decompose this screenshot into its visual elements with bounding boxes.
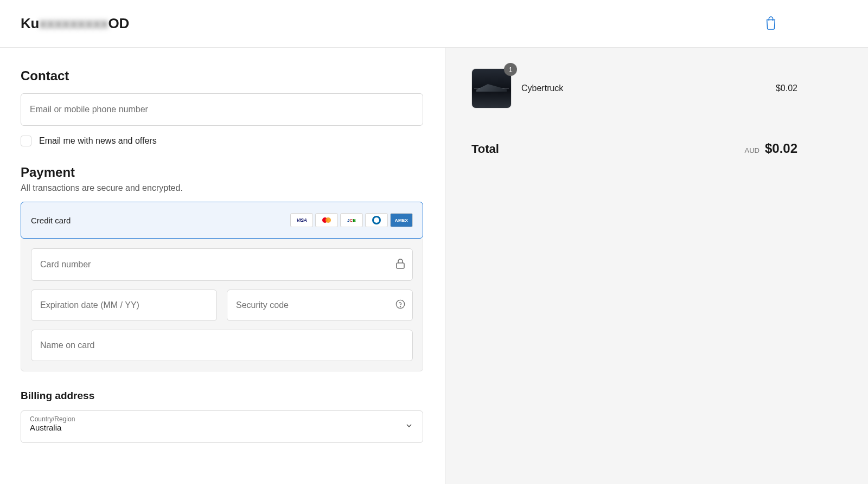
newsletter-label: Email me with news and offers (39, 136, 157, 146)
contact-heading: Contact (21, 68, 423, 84)
brand-redacted: xxxxxxxxx (39, 15, 108, 32)
total-label: Total (471, 142, 499, 156)
cart-button[interactable] (765, 16, 847, 32)
order-summary: 1 Cybertruck $0.02 Total AUD $0.02 (445, 48, 868, 484)
help-icon[interactable] (395, 299, 405, 311)
line-price: $0.02 (776, 84, 797, 93)
billing-heading: Billing address (21, 390, 423, 402)
svg-point-2 (400, 306, 400, 307)
credit-card-label: Credit card (31, 216, 71, 225)
accepted-cards: VISA JCB AMEX (290, 213, 413, 227)
visa-icon: VISA (290, 213, 313, 227)
country-label: Country/Region (30, 415, 414, 423)
payment-subtext: All transactions are secure and encrypte… (21, 183, 423, 193)
mastercard-icon (315, 213, 338, 227)
payment-heading: Payment (21, 165, 423, 180)
quantity-badge: 1 (504, 63, 517, 76)
page-header: KuxxxxxxxxxOD (0, 0, 868, 48)
shopping-bag-icon (765, 22, 777, 31)
amex-icon: AMEX (390, 213, 413, 227)
product-thumbnail (471, 68, 512, 108)
diners-icon (365, 213, 388, 227)
country-value: Australia (30, 423, 414, 432)
total-amount: $0.02 (765, 141, 797, 156)
jcb-icon: JCB (340, 213, 363, 227)
expiry-input[interactable] (31, 290, 217, 321)
cvv-input[interactable] (227, 290, 413, 321)
lock-icon (395, 258, 405, 271)
cart-line-item: 1 Cybertruck $0.02 (471, 68, 797, 108)
credit-card-option[interactable]: Credit card VISA JCB AMEX (21, 202, 423, 239)
newsletter-checkbox[interactable] (21, 136, 31, 146)
credit-card-fields (21, 239, 423, 371)
checkout-form: Contact Email me with news and offers Pa… (0, 48, 445, 484)
country-select[interactable]: Country/Region Australia (21, 410, 423, 443)
chevron-down-icon (405, 422, 413, 432)
card-number-input[interactable] (31, 248, 413, 281)
store-name[interactable]: KuxxxxxxxxxOD (21, 15, 129, 32)
brand-suffix: OD (108, 15, 129, 31)
product-name: Cybertruck (521, 84, 766, 93)
contact-email-input[interactable] (21, 93, 423, 126)
currency-code: AUD (744, 146, 759, 155)
svg-rect-0 (397, 263, 404, 268)
brand-prefix: Ku (21, 15, 39, 31)
name-on-card-input[interactable] (31, 330, 413, 361)
